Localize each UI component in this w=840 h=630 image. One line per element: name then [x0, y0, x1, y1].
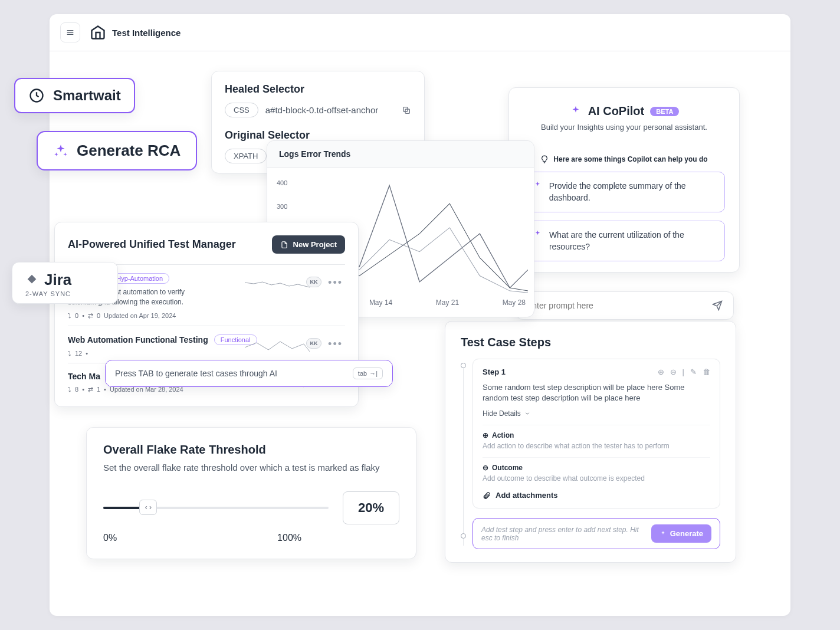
lightbulb-icon — [540, 155, 549, 163]
tab-key: tab→| — [353, 368, 383, 379]
tcs-title: Test Case Steps — [461, 336, 720, 349]
logo: Test Intelligence — [90, 24, 181, 41]
jira-card: Jira 2-WAY SYNC — [12, 262, 118, 304]
tm-item[interactable]: Web Automation Functional Testing Functi… — [68, 326, 345, 363]
action-hint: Add action to describe what action the t… — [483, 442, 710, 450]
original-selector-title: Original Selector — [225, 129, 411, 142]
test-case-steps-card: Test Case Steps Step 1 ⊕ ⊖ | ✎ 🗑 Some ra… — [445, 321, 736, 563]
divider: | — [682, 368, 684, 376]
delete-icon[interactable]: 🗑 — [703, 368, 710, 376]
xtick: May 21 — [436, 298, 459, 307]
suggestion-text: Provide the complete summary of the dash… — [549, 181, 715, 204]
tm-title: AI-Powered Unified Test Manager — [68, 238, 236, 251]
timeline-dot — [461, 533, 466, 539]
paperclip-icon — [483, 491, 491, 500]
add-attachments[interactable]: Add attachments — [483, 491, 710, 500]
suggestion-card[interactable]: Provide the complete summary of the dash… — [523, 172, 725, 212]
outcome-label: ⊖Outcome — [483, 464, 710, 472]
send-icon[interactable] — [712, 300, 723, 311]
healed-selector-title: Healed Selector — [225, 83, 411, 96]
step-label: Step 1 — [483, 368, 506, 376]
hamburger-icon — [65, 28, 75, 37]
smartwait-label: Smartwait — [53, 87, 121, 104]
topbar: Test Intelligence — [50, 14, 790, 51]
jira-name: Jira — [44, 271, 71, 289]
sparkle-icon — [569, 105, 582, 118]
smartwait-card[interactable]: Smartwait — [14, 78, 135, 113]
slider-max: 100% — [277, 533, 301, 543]
slider-min: 0% — [103, 533, 117, 543]
generate-button[interactable]: Generate — [651, 524, 711, 543]
sparkle-icon — [659, 530, 667, 537]
sparkle-icon — [533, 181, 542, 190]
flake-desc: Set the overall flake rate threshold ove… — [103, 461, 399, 474]
step-action-icon[interactable]: ⊕ — [658, 368, 664, 376]
timeline — [463, 365, 464, 546]
edit-icon[interactable]: ✎ — [690, 368, 697, 376]
sparkline — [245, 275, 310, 293]
logo-icon — [90, 24, 106, 41]
action-label: ⊕Action — [483, 431, 710, 439]
flake-value: 20% — [343, 491, 399, 524]
app-title: Test Intelligence — [112, 28, 181, 38]
xtick: May 28 — [503, 298, 526, 307]
jira-icon — [25, 274, 38, 287]
clock-icon — [28, 87, 45, 104]
timeline-dot — [461, 363, 466, 368]
ytick: 400 — [277, 179, 287, 186]
tm-item-title: Web Automation Functional Testing — [68, 335, 208, 344]
xtick: May 14 — [369, 298, 392, 307]
tab-prompt[interactable]: Press TAB to generate test cases through… — [105, 360, 393, 387]
new-project-label: New Project — [293, 240, 337, 249]
xpath-chip: XPATH — [225, 149, 267, 163]
prompt-input-card — [516, 291, 734, 320]
chevron-down-icon — [524, 411, 530, 416]
copilot-card: AI CoPilot BETA Build your Insights usin… — [508, 87, 740, 273]
more-icon[interactable]: ••• — [328, 338, 343, 350]
logs-title: Logs Error Trends — [267, 141, 534, 168]
avatar: KK — [306, 277, 321, 287]
ytick: 300 — [277, 203, 287, 210]
hide-details-toggle[interactable]: Hide Details — [483, 409, 710, 418]
add-step-hint: Add test step and press enter to add nex… — [481, 526, 651, 542]
suggestion-text: What are the current utilization of the … — [549, 229, 715, 252]
copy-icon[interactable] — [402, 106, 411, 115]
tm-item-meta: ⤵0• ⇄0 Updated on Apr 19, 2024 — [68, 312, 345, 320]
document-icon — [280, 241, 288, 249]
step-desc: Some random test step description will b… — [483, 382, 710, 403]
jira-sub: 2-WAY SYNC — [25, 290, 104, 297]
slider-thumb[interactable]: ‹ › — [139, 500, 157, 515]
suggestion-card[interactable]: What are the current utilization of the … — [523, 221, 725, 261]
new-project-button[interactable]: New Project — [272, 235, 345, 254]
tm-item-title: Tech Ma — [68, 372, 100, 381]
copilot-sub: Build your Insights using your personal … — [523, 123, 725, 132]
step-outcome-icon[interactable]: ⊖ — [670, 368, 677, 376]
css-value: a#td-block-0.td-offset-anchor — [265, 105, 395, 115]
flake-card: Overall Flake Rate Threshold Set the ove… — [86, 427, 416, 559]
avatar: KK — [306, 338, 321, 349]
prompt-input[interactable] — [527, 301, 712, 310]
flake-title: Overall Flake Rate Threshold — [103, 443, 399, 457]
generate-rca-label: Generate RCA — [77, 142, 181, 160]
step-box: Step 1 ⊕ ⊖ | ✎ 🗑 Some random test step d… — [472, 359, 720, 508]
flake-slider[interactable]: ‹ › — [103, 507, 329, 509]
copilot-hint: Here are some things Copilot can help yo… — [553, 155, 707, 163]
beta-badge: BETA — [650, 107, 679, 116]
css-chip: CSS — [225, 103, 258, 117]
copilot-title: AI CoPilot — [588, 104, 645, 118]
menu-button[interactable] — [60, 22, 80, 42]
tm-item-tag: Hyp-Automation — [110, 273, 169, 284]
add-step-row: Add test step and press enter to add nex… — [472, 518, 720, 549]
sparkline — [245, 337, 310, 355]
outcome-hint: Add outcome to describe what outcome is … — [483, 474, 710, 483]
generate-rca-button[interactable]: Generate RCA — [37, 131, 197, 170]
sparkle-icon — [53, 143, 68, 159]
sparkle-icon — [533, 229, 542, 239]
tab-prompt-text: Press TAB to generate test cases through… — [115, 369, 277, 378]
more-icon[interactable]: ••• — [328, 277, 343, 289]
